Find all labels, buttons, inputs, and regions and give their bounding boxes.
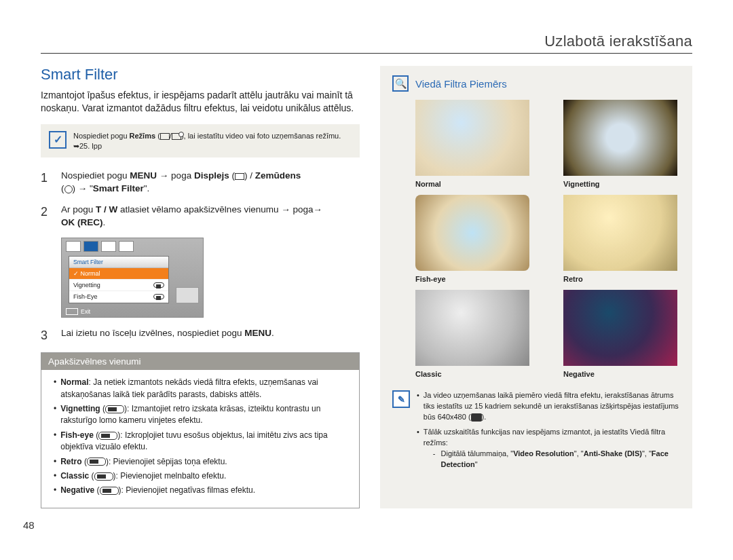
camera-osd-mock: Smart Filter ✓ Normal Vignetting Fish-Ey… [61, 238, 204, 318]
chapter-title: Uzlabotā ierakstīšana [41, 33, 692, 50]
example-title: Viedā Filtra Piemērs [415, 78, 507, 90]
intro-text: Izmantojot īpašus efektus, ir iespējams … [41, 89, 360, 115]
image-negative [563, 290, 677, 366]
left-column: Smart Filter Izmantojot īpašus efektus, … [41, 66, 360, 508]
step-2: 2 Ar pogu T / W atlasiet vēlamo apakšizv… [41, 204, 360, 229]
submenu-box: Apakšizvēlnes vienumi Normal: Ja netiek … [41, 352, 360, 508]
page-number: 48 [23, 519, 35, 531]
thumb-retro: Retro [563, 195, 677, 283]
step-3: 3 Lai izietu no īsceļu izvēlnes, nospied… [41, 327, 360, 344]
note-icon: ✎ [392, 390, 410, 408]
thumb-normal: Normal [415, 100, 529, 188]
example-grid: Normal Vignetting Fish-eye Retro Classic [415, 100, 680, 378]
thumb-fisheye: Fish-eye [415, 195, 529, 283]
check-icon: ✓ [49, 131, 67, 149]
submenu-header: Apakšizvēlnes vienumi [41, 353, 359, 370]
magnifier-icon: 🔍 [392, 75, 409, 92]
submenu-body: Normal: Ja netiek izmantots nekāds viedā… [41, 370, 359, 508]
image-vignetting [563, 100, 677, 176]
thumb-classic: Classic [415, 290, 529, 378]
chapter-header: Uzlabotā ierakstīšana [41, 33, 692, 54]
right-notes: ✎ Ja video uzņemšanas laikā piemēro vied… [392, 390, 680, 474]
note-text: Nospiediet pogu Režīms (/), lai iestatīt… [73, 131, 353, 151]
thumb-vignetting: Vignetting [563, 100, 677, 188]
right-column: 🔍 Viedā Filtra Piemērs Normal Vignetting… [380, 66, 692, 508]
step-1: 1 Nospiediet pogu MENU poga Displejs () … [41, 170, 360, 195]
note-box: ✓ Nospiediet pogu Režīms (/), lai iestat… [41, 124, 360, 158]
image-retro [563, 195, 677, 271]
thumb-negative: Negative [563, 290, 677, 378]
image-normal [415, 100, 529, 176]
sd-icon [471, 413, 482, 422]
image-classic [415, 290, 529, 366]
section-title: Smart Filter [41, 66, 360, 83]
image-fisheye [415, 195, 529, 271]
